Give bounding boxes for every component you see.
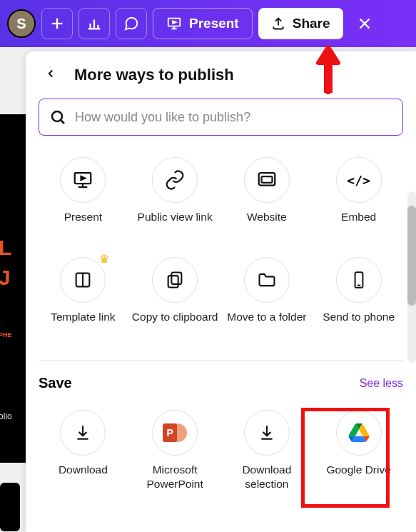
embed-icon: </> xyxy=(347,173,370,188)
plus-icon xyxy=(49,16,65,31)
link-icon xyxy=(164,169,186,191)
search-icon xyxy=(49,109,66,126)
editor-topbar: S Present Share xyxy=(0,0,416,47)
save-option-label: Google Drive xyxy=(326,463,390,491)
publish-option-send-phone[interactable]: Send to phone xyxy=(314,251,403,344)
see-less-link[interactable]: See less xyxy=(360,377,403,390)
save-option-download-selection[interactable]: Download selection xyxy=(223,404,312,497)
google-drive-icon xyxy=(348,423,370,442)
clipboard-icon xyxy=(165,270,185,290)
save-option-download[interactable]: Download xyxy=(39,404,128,497)
user-avatar[interactable]: S xyxy=(7,9,36,38)
comment-icon xyxy=(123,16,139,31)
website-icon xyxy=(256,169,278,191)
svg-rect-22 xyxy=(171,273,181,284)
upload-icon xyxy=(271,16,285,31)
publish-option-label: Move to a folder xyxy=(227,310,306,338)
panel-scroll[interactable]: Present Public view link Website </> Emb… xyxy=(26,143,416,532)
save-section-header: Save See less xyxy=(39,371,403,398)
phone-icon xyxy=(350,271,368,289)
present-button[interactable]: Present xyxy=(153,8,253,39)
save-grid: Download P Microsoft PowerPoint Download… xyxy=(39,404,403,497)
close-icon xyxy=(357,16,372,31)
svg-rect-19 xyxy=(261,176,272,183)
share-button[interactable]: Share xyxy=(258,8,343,39)
back-button[interactable] xyxy=(39,64,63,86)
bar-chart-icon xyxy=(86,16,102,31)
template-icon xyxy=(73,270,93,290)
publish-option-label: Present xyxy=(64,210,102,239)
powerpoint-icon: P xyxy=(163,421,187,445)
publish-option-copy-clipboard[interactable]: Copy to clipboard xyxy=(131,251,220,344)
publish-option-template-link[interactable]: ♛ Template link xyxy=(39,251,128,344)
panel-header: More ways to publish xyxy=(26,51,416,91)
publish-option-label: Template link xyxy=(51,310,115,338)
svg-marker-17 xyxy=(81,176,86,180)
svg-marker-9 xyxy=(173,21,176,24)
save-option-powerpoint[interactable]: P Microsoft PowerPoint xyxy=(131,404,220,497)
svg-line-13 xyxy=(61,121,65,124)
present-button-label: Present xyxy=(189,16,239,31)
comments-button[interactable] xyxy=(116,8,147,39)
save-section-title: Save xyxy=(39,375,72,391)
save-option-label: Download xyxy=(59,463,108,491)
search-input[interactable] xyxy=(75,110,392,125)
present-screen-icon xyxy=(72,169,93,191)
crown-icon: ♛ xyxy=(99,252,109,266)
publish-option-label: Website xyxy=(247,210,287,239)
design-slide-peek xyxy=(0,483,20,531)
publish-option-public-link[interactable]: Public view link xyxy=(131,151,220,244)
publish-option-label: Send to phone xyxy=(323,310,395,338)
add-page-button[interactable] xyxy=(41,8,73,39)
scrollbar-thumb[interactable] xyxy=(407,206,416,306)
publish-panel: More ways to publish Present Public view… xyxy=(26,51,416,532)
folder-icon xyxy=(257,270,277,290)
slide-text-fragment: L xyxy=(0,236,12,260)
slide-text-fragment: J xyxy=(0,266,11,290)
publish-option-label: Copy to clipboard xyxy=(132,310,218,338)
publish-search[interactable] xyxy=(39,99,403,136)
download-icon xyxy=(258,423,276,442)
svg-point-12 xyxy=(52,111,62,121)
save-option-google-drive[interactable]: Google Drive xyxy=(314,404,403,497)
scrollbar[interactable] xyxy=(407,191,416,363)
publish-option-move-folder[interactable]: Move to a folder xyxy=(223,251,312,344)
publish-option-embed[interactable]: </> Embed xyxy=(314,151,403,244)
slide-text-fragment: olio xyxy=(0,411,12,421)
publish-option-website[interactable]: Website xyxy=(223,151,312,244)
close-button[interactable] xyxy=(349,16,380,31)
svg-rect-23 xyxy=(168,276,178,287)
panel-title: More ways to publish xyxy=(74,66,234,84)
save-option-label: Download selection xyxy=(224,463,310,491)
analytics-button[interactable] xyxy=(78,8,110,39)
section-divider xyxy=(39,360,403,361)
share-button-label: Share xyxy=(293,16,330,31)
download-icon xyxy=(73,423,92,442)
publish-grid: Present Public view link Website </> Emb… xyxy=(39,151,403,344)
publish-option-label: Embed xyxy=(341,210,376,239)
slide-text-fragment: PHE xyxy=(0,331,12,338)
publish-option-label: Public view link xyxy=(138,210,213,239)
chevron-left-icon xyxy=(44,67,57,80)
presentation-icon xyxy=(166,16,182,31)
publish-option-present[interactable]: Present xyxy=(39,151,128,244)
save-option-label: Microsoft PowerPoint xyxy=(132,463,218,491)
